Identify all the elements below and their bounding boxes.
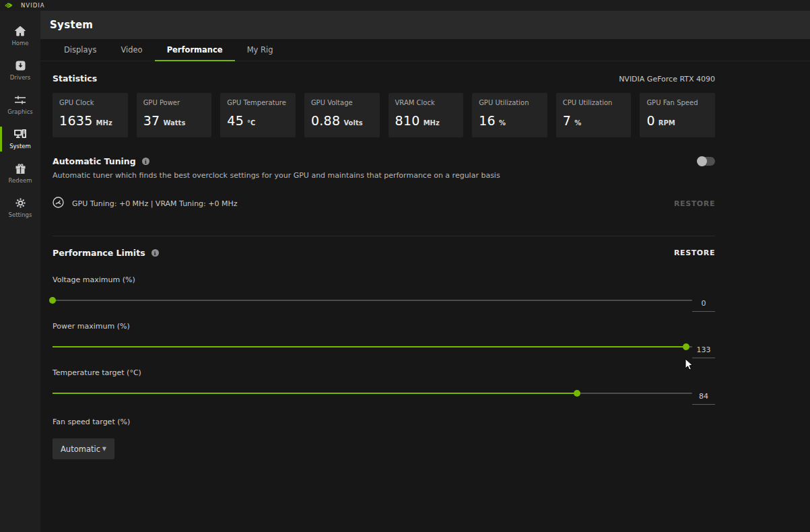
stat-value: 16 (479, 113, 496, 128)
tuning-status-text: GPU Tuning: +0 MHz | VRAM Tuning: +0 MHz (72, 199, 238, 208)
automatic-tuning-toggle[interactable] (698, 157, 715, 166)
stat-value: 37 (143, 113, 160, 128)
stat-unit: % (574, 119, 581, 127)
drivers-icon (15, 60, 26, 71)
temperature-target-value-input[interactable]: 84 (692, 392, 715, 405)
slider-fill (53, 346, 686, 347)
stat-card-gpu-power: GPU Power 37Watts (137, 93, 212, 137)
fan-speed-dropdown[interactable]: Automatic ▼ (53, 438, 114, 459)
main-panel: System Displays Video Performance My Rig… (40, 11, 810, 532)
gauge-icon (53, 197, 64, 211)
stat-card-gpu-temperature: GPU Temperature 45°C (220, 93, 296, 137)
stat-card-gpu-fan-speed: GPU Fan Speed 0RPM (640, 93, 715, 137)
graphics-icon (15, 94, 26, 106)
info-icon[interactable]: i (142, 158, 149, 165)
stat-card-vram-clock: VRAM Clock 810MHz (389, 93, 464, 137)
voltage-maximum-slider[interactable] (53, 300, 692, 301)
automatic-tuning-restore-button[interactable]: RESTORE (674, 199, 715, 208)
fan-speed-selected-value: Automatic (61, 444, 100, 454)
fan-speed-target-group: Fan speed target (%) Automatic ▼ (53, 418, 715, 459)
app-title: NVIDIA (21, 2, 45, 9)
stat-value: 0 (646, 113, 654, 128)
sidebar-item-redeem[interactable]: Redeem (0, 156, 40, 191)
tab-video[interactable]: Video (108, 39, 154, 61)
stat-card-gpu-voltage: GPU Voltage 0.88Volts (304, 93, 380, 137)
chevron-down-icon: ▼ (102, 446, 106, 452)
performance-limits-title: Performance Limits (53, 248, 145, 258)
automatic-tuning-description: Automatic tuner which finds the best ove… (53, 171, 715, 180)
statistics-cards: GPU Clock 1635MHz GPU Power 37Watts GPU … (53, 93, 715, 137)
stat-unit: RPM (659, 119, 675, 127)
titlebar: NVIDIA (0, 0, 810, 11)
stat-unit: Watts (163, 119, 185, 127)
slider-group-voltage-maximum: Voltage maximum (%) 0 (53, 275, 715, 304)
stat-value: 45 (227, 113, 244, 128)
power-maximum-slider[interactable] (53, 346, 692, 347)
sidebar-item-drivers[interactable]: Drivers (0, 53, 40, 88)
section-divider (53, 236, 715, 236)
slider-group-temperature-target: Temperature target (°C) 84 (53, 368, 715, 397)
toggle-knob (697, 156, 707, 166)
automatic-tuning-title: Automatic Tuning (53, 156, 136, 166)
page-header: System (40, 11, 810, 39)
stat-value: 7 (563, 113, 571, 128)
sidebar-item-graphics[interactable]: Graphics (0, 88, 40, 122)
temperature-target-slider[interactable] (53, 393, 692, 394)
slider-fill (53, 393, 577, 394)
sidebar-item-home[interactable]: Home (0, 19, 40, 53)
stat-unit: °C (247, 119, 255, 127)
tab-my-rig[interactable]: My Rig (235, 39, 285, 61)
voltage-maximum-value-input[interactable]: 0 (692, 299, 715, 312)
stat-unit: % (499, 119, 506, 127)
sidebar: Home Drivers Graphics (0, 11, 40, 532)
info-icon[interactable]: i (151, 249, 159, 257)
sidebar-item-system[interactable]: System (0, 122, 40, 156)
slider-thumb[interactable] (49, 297, 56, 304)
slider-group-power-maximum: Power maximum (%) 133 (53, 322, 715, 351)
performance-limits-restore-button[interactable]: RESTORE (674, 248, 715, 257)
stat-value: 0.88 (311, 113, 341, 128)
stat-card-gpu-utilization: GPU Utilization 16% (472, 93, 547, 137)
nvidia-logo-icon (4, 2, 13, 9)
settings-icon (15, 197, 26, 209)
redeem-icon (15, 163, 26, 174)
stat-unit: MHz (96, 119, 112, 127)
stat-unit: Volts (343, 119, 362, 127)
page-title: System (50, 19, 93, 31)
stat-card-gpu-clock: GPU Clock 1635MHz (53, 93, 128, 137)
system-icon (14, 129, 26, 140)
content: Statistics NVIDIA GeForce RTX 4090 GPU C… (40, 73, 810, 459)
tab-bar: Displays Video Performance My Rig (40, 39, 810, 61)
slider-thumb[interactable] (574, 390, 580, 397)
slider-thumb[interactable] (683, 343, 689, 350)
stat-unit: MHz (424, 119, 440, 127)
statistics-heading: Statistics (53, 73, 97, 84)
stat-value: 1635 (59, 113, 93, 128)
power-maximum-value-input[interactable]: 133 (692, 345, 715, 358)
tab-displays[interactable]: Displays (52, 39, 108, 61)
gpu-name-label: NVIDIA GeForce RTX 4090 (619, 75, 715, 84)
tab-performance[interactable]: Performance (155, 39, 235, 61)
stat-value: 810 (395, 113, 420, 128)
stat-card-cpu-utilization: CPU Utilization 7% (556, 93, 632, 137)
sidebar-item-settings[interactable]: Settings (0, 191, 40, 225)
home-icon (15, 26, 26, 37)
